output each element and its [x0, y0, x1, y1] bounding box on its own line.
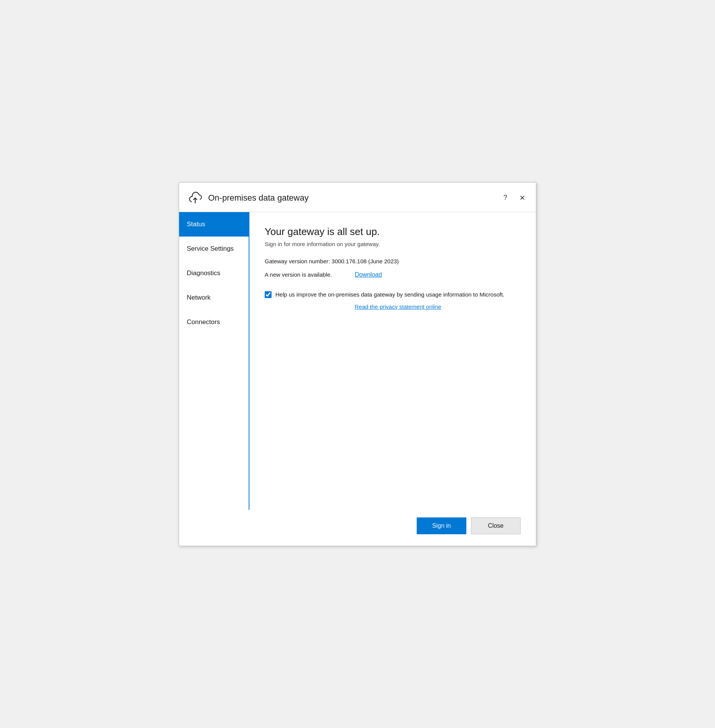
title-bar-controls: ? ✕: [500, 192, 528, 204]
sign-in-button[interactable]: Sign in: [417, 517, 466, 534]
telemetry-checkbox[interactable]: [265, 291, 272, 298]
telemetry-label: Help us improve the on-premises data gat…: [275, 290, 504, 299]
telemetry-checkbox-row: Help us improve the on-premises data gat…: [265, 290, 521, 299]
sidebar-item-diagnostics[interactable]: Diagnostics: [179, 261, 249, 285]
privacy-statement-link[interactable]: Read the privacy statement online: [275, 303, 521, 310]
window-close-button[interactable]: ✕: [516, 192, 528, 204]
app-title: On-premises data gateway: [208, 193, 309, 203]
title-bar: On-premises data gateway ? ✕: [179, 183, 536, 212]
download-link[interactable]: Download: [355, 271, 382, 278]
version-info: Gateway version number: 3000.176.108 (Ju…: [265, 258, 521, 264]
footer: Sign in Close: [179, 510, 536, 546]
sidebar-item-service-settings[interactable]: Service Settings: [179, 237, 249, 261]
update-text: A new version is available.: [265, 271, 332, 278]
cloud-upload-icon: [187, 189, 204, 207]
main-window: On-premises data gateway ? ✕ Status Serv…: [179, 182, 536, 546]
content-spacer: [265, 310, 521, 498]
main-content-panel: Your gateway is all set up. Sign in for …: [249, 212, 536, 510]
sidebar-item-connectors[interactable]: Connectors: [179, 310, 249, 334]
page-subtitle: Sign in for more information on your gat…: [265, 241, 521, 247]
help-button[interactable]: ?: [500, 192, 510, 203]
close-button[interactable]: Close: [471, 517, 521, 534]
sidebar-item-status[interactable]: Status: [179, 212, 249, 237]
sidebar: Status Service Settings Diagnostics Netw…: [179, 212, 249, 510]
sidebar-item-network[interactable]: Network: [179, 285, 249, 310]
update-row: A new version is available. Download: [265, 271, 521, 278]
title-bar-left: On-premises data gateway: [187, 189, 309, 207]
page-heading: Your gateway is all set up.: [265, 226, 521, 238]
content-area: Status Service Settings Diagnostics Netw…: [179, 212, 536, 510]
